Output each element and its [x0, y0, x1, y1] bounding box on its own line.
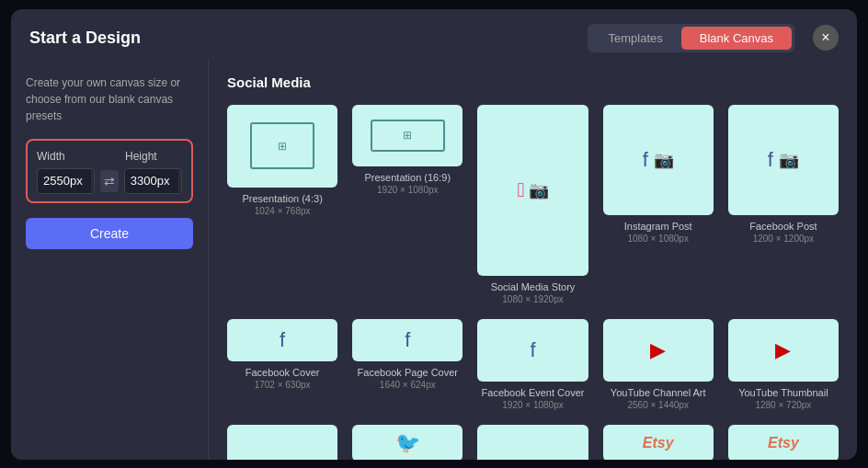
facebook-icon: f [405, 328, 410, 352]
item-size: 1280 × 720px [755, 400, 811, 410]
thumbnail: f [477, 319, 588, 382]
size-inputs-container: Width Height ▲ ▼ ⇄ [26, 139, 193, 203]
height-down-button[interactable]: ▼ [178, 181, 182, 193]
youtube-icon: ▶ [775, 338, 791, 362]
list-item[interactable]: ▶ YouTube Channel Art 2560 × 1440px [603, 319, 714, 410]
facebook-icon: f [280, 328, 285, 352]
section-title: Social Media [227, 74, 839, 90]
thumbnail: ▶ [728, 319, 839, 382]
item-name: Facebook Page Cover [358, 367, 458, 378]
instagram-icon: 📷 [529, 180, 549, 200]
facebook-icon: f [768, 148, 773, 172]
monitor-icon: ⊞ [250, 122, 314, 170]
tab-blank-canvas[interactable]: Blank Canvas [681, 27, 792, 50]
templates-grid: ⊞ Presentation (4:3) 1024 × 768px ⊞ Pres… [227, 105, 839, 460]
item-name: Social Media Story [491, 281, 576, 292]
list-item[interactable]: Etsy Etsy Big Banner [603, 425, 714, 459]
thumbnail:  📷 [477, 105, 588, 277]
facebook-icon:  [517, 178, 524, 202]
list-item[interactable]: f Facebook Cover 1702 × 630px [227, 319, 337, 410]
tab-bar: Templates Blank Canvas [588, 24, 794, 52]
item-name: Facebook Post [749, 221, 817, 232]
monitor-inner-icon: ⊞ [278, 140, 287, 153]
thumbnail: f [352, 319, 463, 360]
modal-header: Start a Design Templates Blank Canvas × [11, 9, 857, 60]
list-item[interactable]: Etsy Etsy Mini Banner [728, 425, 839, 459]
list-item[interactable]: f Facebook Event Cover 1920 × 1080px [477, 319, 588, 410]
item-name: Facebook Event Cover [482, 387, 585, 398]
item-size: 1640 × 624px [380, 380, 436, 390]
item-name: Presentation (16:9) [365, 172, 451, 183]
close-button[interactable]: × [813, 25, 839, 51]
item-size: 1080 × 1920px [502, 294, 563, 304]
width-down-button[interactable]: ▼ [91, 181, 95, 193]
item-name: YouTube Thumbnail [738, 387, 828, 398]
etsy-icon: Etsy [768, 435, 799, 451]
monitor-icon: ⊞ [371, 120, 445, 152]
item-size: 1024 × 768px [255, 206, 311, 216]
item-size: 1702 × 630px [255, 380, 311, 390]
item-size: 1920 × 1080px [502, 400, 563, 410]
etsy-icon: Etsy [643, 435, 674, 451]
list-item[interactable]: ⊞ Presentation (4:3) 1024 × 768px [227, 105, 337, 305]
thumbnail: Etsy [603, 425, 714, 459]
thumbnail: ⊞ [352, 105, 463, 167]
start-design-modal: Start a Design Templates Blank Canvas × … [11, 9, 857, 460]
thumbnail: 🐦 [352, 425, 463, 459]
content-area[interactable]: Social Media ⊞ Presentation (4:3) 1024 ×… [209, 60, 857, 460]
height-spinner: ▲ ▼ [178, 169, 182, 193]
width-input-group: ▲ ▼ [37, 168, 95, 194]
sidebar-description: Create your own canvas size or choose fr… [26, 74, 193, 124]
twitter-icon: 🐦 [395, 431, 420, 455]
height-input-group: ▲ ▼ [124, 168, 182, 194]
list-item[interactable]: f 📷 Facebook Post 1200 × 1200px [728, 105, 839, 305]
tab-templates[interactable]: Templates [590, 27, 681, 50]
item-size: 1080 × 1080px [627, 234, 688, 244]
item-name: Presentation (4:3) [242, 193, 322, 204]
thumbnail: f 📷 [728, 105, 839, 215]
facebook-icon: f [530, 338, 535, 362]
item-name: YouTube Channel Art [611, 387, 706, 398]
thumbnail: Etsy [728, 425, 839, 459]
thumbnail: 🐦 [227, 425, 337, 459]
thumbnail: 📌 [477, 425, 588, 459]
item-size: 1920 × 1080px [377, 185, 438, 195]
list-item[interactable]: 📌 Pinterest Pin [477, 425, 588, 459]
facebook-icon: f [643, 148, 648, 172]
thumbnail: ▶ [603, 319, 714, 382]
monitor-inner-icon: ⊞ [403, 129, 412, 142]
thumbnail: f [227, 319, 337, 360]
height-up-button[interactable]: ▲ [178, 169, 182, 181]
item-name: Facebook Cover [246, 367, 320, 378]
width-spinner: ▲ ▼ [91, 169, 95, 193]
height-input[interactable] [125, 169, 178, 192]
list-item[interactable]: 🐦 Twitter Post [227, 425, 337, 459]
item-name: Instagram Post [624, 221, 692, 232]
sidebar: Create your own canvas size or choose fr… [11, 60, 209, 460]
width-up-button[interactable]: ▲ [91, 169, 95, 181]
thumbnail: f 📷 [603, 105, 714, 215]
list-item[interactable]: f 📷 Instagram Post 1080 × 1080px [603, 105, 714, 305]
instagram-icon: 📷 [779, 150, 799, 170]
create-button[interactable]: Create [26, 218, 193, 249]
list-item[interactable]: 🐦 Twitter Header [352, 425, 463, 459]
item-size: 1200 × 1200px [753, 234, 814, 244]
modal-title: Start a Design [29, 29, 569, 48]
width-input[interactable] [38, 169, 91, 192]
list-item[interactable]:  📷 Social Media Story 1080 × 1920px [477, 105, 588, 305]
list-item[interactable]: ▶ YouTube Thumbnail 1280 × 720px [728, 319, 839, 410]
list-item[interactable]: f Facebook Page Cover 1640 × 624px [352, 319, 463, 410]
item-size: 2560 × 1440px [627, 400, 688, 410]
youtube-icon: ▶ [650, 338, 666, 362]
swap-button[interactable]: ⇄ [100, 170, 119, 192]
modal-body: Create your own canvas size or choose fr… [11, 60, 857, 460]
height-label: Height [125, 150, 182, 163]
instagram-icon: 📷 [654, 150, 674, 170]
thumbnail: ⊞ [227, 105, 337, 188]
list-item[interactable]: ⊞ Presentation (16:9) 1920 × 1080px [352, 105, 463, 305]
width-label: Width [37, 150, 94, 163]
